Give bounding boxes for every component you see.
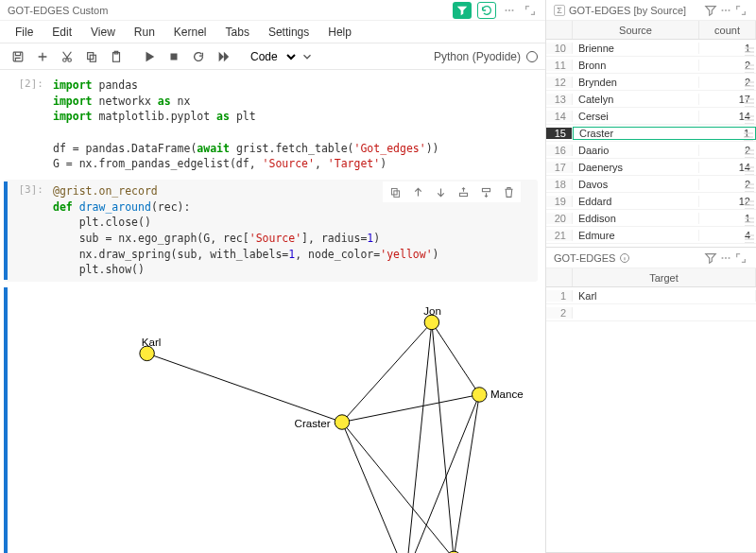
svg-point-32 [335,415,350,430]
svg-point-44 [728,256,730,258]
insert-above-icon[interactable] [455,183,472,200]
insert-below-icon[interactable] [477,183,494,200]
svg-point-1 [508,9,510,10]
output-cell: KarlJonManceCrasterGillySamwell [4,287,538,553]
table-row[interactable]: 11Bronn2 [546,57,756,74]
svg-point-43 [725,256,727,258]
menu-item-settings[interactable]: Settings [261,24,317,41]
add-cell-icon[interactable] [32,46,53,67]
svg-rect-3 [13,52,23,61]
kernel-name: Python (Pyodide) [434,50,521,63]
table-row[interactable]: 13Catelyn17 [546,91,756,108]
table-row[interactable]: 12Brynden2 [546,74,756,91]
table-row[interactable]: 17Daenerys14 [546,159,756,176]
delete-icon[interactable] [500,183,517,200]
move-down-icon[interactable] [432,183,449,200]
maximize-icon[interactable] [733,3,748,18]
code-cell[interactable]: [3]: @grist.on_record def draw_around(re… [4,180,538,282]
column-header[interactable]: Target [573,268,756,286]
filter-icon[interactable] [703,3,718,18]
panel-title: GOT-EDGES Custom [8,5,453,16]
grid-columns: Source count [546,21,756,40]
column-header[interactable]: count [699,21,756,39]
cell-type-select[interactable]: Code [241,47,299,66]
svg-point-28 [424,315,439,330]
column-header[interactable]: Source [573,21,699,39]
table-row[interactable]: 1Karl [546,287,756,304]
grid-title: Σ GOT-EDGES [by Source] [554,5,703,16]
code-editor[interactable]: import pandas import networkx as nx impo… [49,76,538,174]
table-row[interactable]: 19Eddard12 [546,193,756,210]
svg-point-26 [140,346,155,361]
table-row[interactable]: 2 [546,304,756,321]
svg-point-30 [472,388,488,403]
table-row[interactable]: 14Cersei14 [546,108,756,125]
save-icon[interactable] [8,46,28,67]
grid-title: GOT-EDGES [554,252,703,264]
copy-icon[interactable] [81,46,102,67]
svg-point-38 [721,9,723,10]
graph-node: Craster [295,415,350,430]
restart-icon[interactable] [188,46,209,67]
code-cell[interactable]: [2]: import pandas import networkx as nx… [4,76,538,174]
run-icon[interactable] [139,46,160,67]
cell-toolbar [383,181,521,202]
cut-icon[interactable] [57,46,77,67]
more-icon[interactable] [718,251,733,266]
menu-item-kernel[interactable]: Kernel [166,24,215,41]
svg-point-39 [725,9,727,10]
svg-line-22 [406,322,432,553]
filter-icon[interactable] [453,2,472,19]
svg-line-20 [432,322,479,395]
table-row[interactable]: 21Edmure4 [546,227,756,244]
stop-icon[interactable] [163,46,184,67]
svg-line-15 [147,354,342,423]
menu-item-edit[interactable]: Edit [44,24,79,41]
svg-rect-14 [482,188,490,191]
svg-point-2 [511,9,513,10]
svg-line-23 [454,395,479,553]
more-icon[interactable] [718,3,733,18]
svg-rect-13 [459,193,467,196]
cell-prompt: [2]: [11,76,49,174]
maximize-icon[interactable] [523,3,538,18]
menu-item-help[interactable]: Help [320,24,359,41]
svg-line-24 [406,395,480,553]
chevron-down-icon[interactable] [297,46,318,67]
svg-point-0 [505,9,507,10]
svg-text:Karl: Karl [142,336,162,348]
menu-item-run[interactable]: Run [127,24,163,41]
svg-text:Jon: Jon [423,304,441,317]
table-row[interactable]: 18Davos2 [546,176,756,193]
filter-icon[interactable] [703,251,718,266]
notebook-toolbar: Code Python (Pyodide) [0,43,545,70]
menu-item-tabs[interactable]: Tabs [218,24,257,41]
table-row[interactable]: 22Gendry1 [546,244,756,247]
table-row[interactable]: 20Eddison1 [546,210,756,227]
menu-item-view[interactable]: View [83,24,123,41]
run-all-icon[interactable] [213,46,233,67]
kernel-status[interactable]: Python (Pyodide) [434,50,538,63]
graph-node: Mance [472,388,524,403]
svg-line-21 [432,322,454,553]
maximize-icon[interactable] [733,251,748,266]
refresh-icon[interactable] [477,2,496,19]
paste-icon[interactable] [106,46,127,67]
table-row[interactable]: 15Craster1 [546,125,756,142]
svg-text:Mance: Mance [490,388,524,400]
more-icon[interactable] [502,3,517,18]
table-row[interactable]: 16Daario2 [546,142,756,159]
table-row[interactable]: 10Brienne1 [546,40,756,57]
notebook-body: [2]: import pandas import networkx as nx… [0,70,545,553]
move-up-icon[interactable] [409,183,426,200]
svg-line-18 [342,423,454,553]
svg-text:Craster: Craster [295,417,331,429]
data-panel: Σ GOT-EDGES [by Source] Source count 10B… [546,0,756,553]
summary-icon: Σ [554,5,565,16]
kernel-idle-icon [526,51,538,62]
grid-columns: Target [546,268,756,287]
info-icon[interactable] [619,252,630,264]
cell-prompt: [3]: [11,181,49,280]
menu-item-file[interactable]: File [8,24,41,41]
duplicate-icon[interactable] [387,183,404,200]
